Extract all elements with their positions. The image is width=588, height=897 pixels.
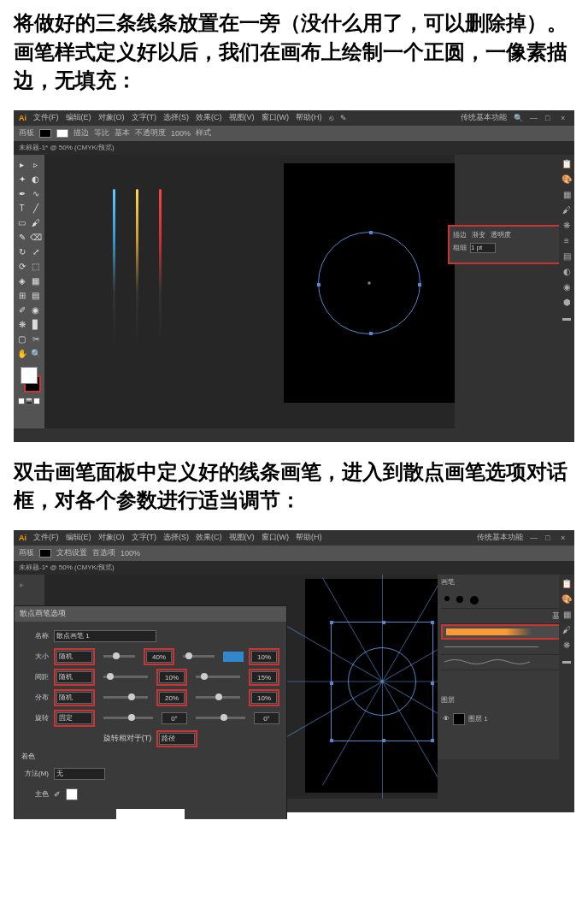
shaper-tool[interactable]: ✎ bbox=[15, 231, 28, 244]
spacing-value-2[interactable]: 15% bbox=[251, 671, 277, 683]
gradient-icon[interactable]: ▤ bbox=[561, 251, 573, 263]
gradient-tool[interactable]: ▤ bbox=[29, 289, 42, 302]
brush-line[interactable] bbox=[441, 640, 571, 655]
mesh-tool[interactable]: ⊞ bbox=[15, 289, 28, 302]
free-transform-tool[interactable]: ⬚ bbox=[29, 260, 42, 273]
blend-tool[interactable]: ◉ bbox=[29, 304, 42, 316]
window-close[interactable]: × bbox=[561, 534, 569, 542]
slice-tool[interactable]: ✂ bbox=[29, 333, 42, 345]
size-value-1[interactable]: 40% bbox=[146, 651, 172, 663]
scatter-slider-1[interactable] bbox=[103, 696, 148, 699]
scatter-value-1[interactable]: 20% bbox=[159, 692, 185, 704]
menu-type[interactable]: 文字(T) bbox=[132, 532, 157, 543]
spacing-slider-2[interactable] bbox=[196, 676, 240, 678]
rotation-slider-1[interactable] bbox=[103, 717, 153, 719]
doc-setup-button[interactable]: 文档设置 bbox=[56, 547, 87, 558]
circle-path[interactable] bbox=[348, 647, 416, 716]
fill-swatch[interactable] bbox=[39, 549, 51, 558]
color-icon[interactable]: 🎨 bbox=[561, 593, 573, 605]
window-minimize[interactable]: — bbox=[530, 114, 538, 122]
rotation-value-1[interactable]: 0° bbox=[162, 712, 187, 724]
gradient-tab[interactable]: 渐变 bbox=[472, 230, 485, 239]
layer-name[interactable]: 图层 1 bbox=[468, 714, 488, 723]
size-slider-1[interactable] bbox=[103, 655, 135, 658]
artboard-tool[interactable]: ▢ bbox=[15, 333, 28, 345]
scatter-slider-2[interactable] bbox=[196, 696, 240, 699]
menu-view[interactable]: 视图(V) bbox=[229, 112, 255, 123]
brushes-icon[interactable]: 🖌 bbox=[561, 204, 573, 216]
type-tool[interactable]: T bbox=[15, 202, 28, 215]
window-close[interactable]: × bbox=[561, 114, 569, 122]
menu-effect[interactable]: 效果(C) bbox=[196, 112, 222, 123]
paintbrush-tool[interactable]: 🖌 bbox=[29, 216, 42, 229]
brushes-icon[interactable]: 🖌 bbox=[561, 624, 573, 636]
menu-select[interactable]: 选择(S) bbox=[163, 112, 189, 123]
document-tab[interactable]: 未标题-1* @ 50% (CMYK/预览) bbox=[19, 144, 115, 151]
menu-object[interactable]: 对象(O) bbox=[98, 112, 125, 123]
swatches-icon[interactable]: ▦ bbox=[561, 189, 573, 201]
transparency-tab[interactable]: 透明度 bbox=[491, 230, 511, 239]
menu-type[interactable]: 文字(T) bbox=[132, 112, 157, 123]
layers-icon[interactable]: ▬ bbox=[561, 312, 573, 324]
appearance-icon[interactable]: ◉ bbox=[561, 281, 573, 293]
opacity-value[interactable]: 100% bbox=[121, 549, 140, 558]
visibility-icon[interactable]: 👁 bbox=[443, 715, 450, 723]
stroke-icon[interactable]: ≡ bbox=[561, 235, 573, 247]
stroke-tab[interactable]: 描边 bbox=[453, 230, 467, 239]
size-value-2[interactable]: 10% bbox=[251, 651, 277, 663]
graphic-styles-icon[interactable]: ⬢ bbox=[561, 297, 573, 309]
curvature-tool[interactable]: ∿ bbox=[29, 187, 42, 200]
keycolor-swatch[interactable] bbox=[66, 788, 78, 800]
spacing-slider-1[interactable] bbox=[103, 676, 148, 678]
workspace-switcher[interactable]: 传统基本功能 bbox=[477, 532, 523, 543]
shape-builder-tool[interactable]: ◈ bbox=[15, 274, 28, 287]
lasso-tool[interactable]: ◐ bbox=[29, 173, 42, 186]
circle-path[interactable] bbox=[318, 232, 420, 334]
scatter-value-2[interactable]: 10% bbox=[251, 692, 277, 704]
menu-object[interactable]: 对象(O) bbox=[98, 532, 125, 543]
rotation-slider-2[interactable] bbox=[196, 717, 245, 719]
selection-tool[interactable]: ▸ bbox=[15, 158, 28, 171]
spacing-mode-select[interactable]: 随机 bbox=[56, 671, 92, 683]
brush-basic-row[interactable] bbox=[441, 593, 571, 609]
magic-wand-tool[interactable]: ✦ bbox=[15, 173, 28, 186]
window-maximize[interactable]: □ bbox=[545, 534, 554, 542]
rotation-value-2[interactable]: 0° bbox=[254, 712, 279, 724]
canvas[interactable] bbox=[44, 155, 455, 428]
swatches-icon[interactable]: ▦ bbox=[561, 609, 573, 621]
fill-swatch[interactable] bbox=[39, 129, 51, 138]
menu-edit[interactable]: 编辑(E) bbox=[66, 112, 91, 123]
brush-icon[interactable]: ✎ bbox=[340, 114, 347, 122]
rotate-tool[interactable]: ↻ bbox=[15, 245, 28, 258]
width-tool[interactable]: ⟳ bbox=[15, 260, 28, 273]
layer-row[interactable]: 👁 图层 1 ○ bbox=[441, 711, 571, 727]
share-icon[interactable]: ⎋ bbox=[329, 114, 333, 122]
gradient-mode[interactable] bbox=[26, 398, 32, 404]
rectangle-tool[interactable]: ▭ bbox=[15, 216, 28, 229]
eyedropper-icon[interactable]: ✐ bbox=[54, 790, 61, 799]
prefs-button[interactable]: 首选项 bbox=[92, 547, 115, 558]
menu-window[interactable]: 窗口(W) bbox=[262, 532, 290, 543]
weight-input[interactable] bbox=[470, 243, 496, 253]
size-slider-2[interactable] bbox=[183, 655, 215, 658]
perspective-tool[interactable]: ▦ bbox=[29, 274, 42, 287]
pen-tool[interactable]: ✒ bbox=[15, 187, 28, 200]
none-mode[interactable] bbox=[33, 398, 40, 404]
color-icon[interactable]: 🎨 bbox=[561, 174, 573, 186]
layers-icon[interactable]: ▬ bbox=[561, 655, 573, 667]
symbols-icon[interactable]: ❋ bbox=[561, 220, 573, 232]
properties-icon[interactable]: 📋 bbox=[561, 578, 573, 590]
menu-select[interactable]: 选择(S) bbox=[163, 532, 189, 543]
fill-color[interactable] bbox=[21, 367, 38, 384]
window-maximize[interactable]: □ bbox=[545, 114, 554, 122]
search-icon[interactable]: 🔍 bbox=[514, 114, 523, 122]
scale-tool[interactable]: ⤢ bbox=[29, 245, 42, 258]
layers-tab[interactable]: 图层 bbox=[441, 695, 455, 705]
brush-basic-label[interactable]: 基本 bbox=[441, 609, 571, 624]
brush-scatter-selected[interactable] bbox=[441, 624, 571, 640]
symbols-icon[interactable]: ❋ bbox=[561, 640, 573, 652]
document-tab[interactable]: 未标题-1* @ 50% (CMYK/预览) bbox=[19, 564, 115, 571]
spacing-value-1[interactable]: 10% bbox=[159, 671, 185, 683]
opacity-value[interactable]: 100% bbox=[171, 129, 191, 138]
properties-icon[interactable]: 📋 bbox=[561, 158, 573, 170]
